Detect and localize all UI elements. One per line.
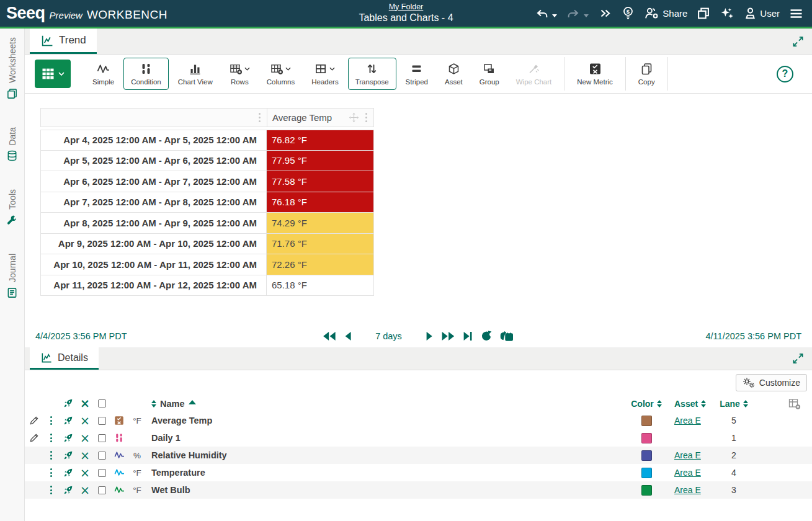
asset-button[interactable]: Asset xyxy=(437,58,470,90)
redo-button[interactable] xyxy=(566,7,589,20)
new-metric-button[interactable]: New Metric xyxy=(569,58,620,90)
range-start-datetime[interactable]: 4/4/2025 3:56 PM PDT xyxy=(35,331,127,341)
step-forward-double-icon[interactable] xyxy=(442,331,455,341)
duration-label[interactable]: 7 days xyxy=(375,331,402,341)
remove-item-icon[interactable]: × xyxy=(80,467,90,479)
redo-dropdown-icon[interactable] xyxy=(584,14,589,17)
unit-label: °F xyxy=(128,416,146,425)
edit-pencil-icon[interactable] xyxy=(29,416,39,425)
tab-details[interactable]: Details xyxy=(30,347,99,370)
sort-toggle-icon[interactable] xyxy=(743,400,748,407)
row-checkbox[interactable] xyxy=(98,417,106,425)
sort-toggle-icon[interactable] xyxy=(151,400,156,407)
share-button[interactable]: Share xyxy=(644,7,687,20)
add-column-icon[interactable] xyxy=(787,398,801,410)
forward-history-button[interactable] xyxy=(598,7,612,20)
color-swatch[interactable] xyxy=(641,468,652,478)
asset-link[interactable]: Area E xyxy=(674,468,701,478)
undo-dropdown-icon[interactable] xyxy=(552,14,557,17)
row-menu-icon[interactable] xyxy=(49,415,53,426)
edit-pencil-icon[interactable] xyxy=(29,433,39,443)
send-to-worksheet-icon[interactable] xyxy=(63,468,73,478)
striped-button[interactable]: Striped xyxy=(398,58,435,90)
copy-time-range-icon[interactable] xyxy=(501,330,515,342)
chart-view-button[interactable]: Chart View xyxy=(171,58,220,90)
table-view-selector-button[interactable] xyxy=(35,60,71,88)
maximize-trend-button[interactable] xyxy=(792,35,804,47)
column-menu-icon[interactable] xyxy=(364,112,369,124)
color-swatch[interactable] xyxy=(641,416,652,426)
duplicate-worksheet-button[interactable] xyxy=(697,7,710,20)
move-column-icon[interactable] xyxy=(349,112,359,123)
help-button[interactable]: ? xyxy=(777,66,793,82)
select-all-checkbox[interactable] xyxy=(98,399,106,407)
asset-column-header[interactable]: Asset xyxy=(674,399,698,409)
wipe-chart-button[interactable]: Wipe Chart xyxy=(509,58,560,90)
usage-button[interactable]: $ xyxy=(622,6,635,20)
ai-assistant-button[interactable] xyxy=(720,7,734,20)
lane-column-header[interactable]: Lane xyxy=(720,399,740,409)
details-tabbar: Details xyxy=(25,347,812,370)
rows-button[interactable]: Rows xyxy=(222,58,257,90)
simple-mode-button[interactable]: Simple xyxy=(85,58,122,90)
tab-trend[interactable]: Trend xyxy=(30,29,97,54)
sidebar-item-data[interactable]: Data xyxy=(6,127,18,163)
copy-button[interactable]: Copy xyxy=(631,58,663,90)
asset-link[interactable]: Area E xyxy=(674,450,701,460)
send-to-worksheet-icon[interactable] xyxy=(63,450,73,461)
row-checkbox[interactable] xyxy=(98,434,106,442)
maximize-details-button[interactable] xyxy=(792,353,804,365)
column-menu-icon[interactable] xyxy=(257,112,262,124)
send-to-worksheet-icon[interactable] xyxy=(63,485,73,496)
sort-toggle-icon[interactable] xyxy=(657,400,662,407)
color-swatch[interactable] xyxy=(641,450,652,461)
step-forward-icon[interactable] xyxy=(426,331,434,341)
remove-item-icon[interactable]: × xyxy=(80,415,90,427)
customize-button[interactable]: Customize xyxy=(736,374,807,391)
asset-link[interactable]: Area E xyxy=(674,485,701,495)
remove-all-icon[interactable]: × xyxy=(80,398,90,409)
row-checkbox[interactable] xyxy=(98,452,106,460)
main-menu-button[interactable] xyxy=(789,7,803,20)
step-back-icon[interactable] xyxy=(344,331,351,341)
range-end-datetime[interactable]: 4/11/2025 3:56 PM PDT xyxy=(706,331,802,341)
step-back-double-icon[interactable] xyxy=(322,331,336,341)
condition-mode-button[interactable]: Condition xyxy=(123,58,169,90)
color-swatch[interactable] xyxy=(641,433,652,443)
remove-item-icon[interactable]: × xyxy=(80,450,90,461)
customize-label: Customize xyxy=(759,378,800,388)
row-checkbox[interactable] xyxy=(98,469,106,477)
table-header-row: Average Temp xyxy=(40,108,374,127)
share-user-icon xyxy=(644,7,659,20)
sidebar-item-journal[interactable]: Journal xyxy=(6,254,18,299)
sidebar-item-tools[interactable]: Tools xyxy=(6,189,18,226)
group-button[interactable]: Group xyxy=(472,58,507,90)
value-column-header: Average Temp xyxy=(267,109,373,127)
seeq-logo[interactable]: Seeq Preview WORKBENCH xyxy=(6,4,167,23)
row-checkbox[interactable] xyxy=(98,486,106,494)
row-menu-icon[interactable] xyxy=(49,467,53,478)
columns-button[interactable]: Columns xyxy=(259,58,302,90)
color-swatch[interactable] xyxy=(641,485,652,496)
sort-toggle-icon[interactable] xyxy=(701,400,706,407)
row-menu-icon[interactable] xyxy=(49,432,53,443)
remove-item-icon[interactable]: × xyxy=(80,432,90,444)
asset-link[interactable]: Area E xyxy=(674,416,701,425)
user-menu-button[interactable]: User xyxy=(744,7,780,20)
transpose-button[interactable]: Transpose xyxy=(348,58,396,90)
remove-item-icon[interactable]: × xyxy=(80,484,90,496)
send-to-worksheet-icon[interactable] xyxy=(63,416,73,426)
name-column-header[interactable]: Name xyxy=(160,399,185,409)
row-menu-icon[interactable] xyxy=(49,484,53,496)
step-to-end-icon[interactable] xyxy=(463,331,473,341)
send-to-worksheet-icon[interactable] xyxy=(63,433,73,443)
sidebar-item-worksheets[interactable]: Worksheets xyxy=(6,37,18,100)
breadcrumb[interactable]: My Folder xyxy=(359,2,453,12)
color-column-header[interactable]: Color xyxy=(631,399,654,409)
row-menu-icon[interactable] xyxy=(49,450,53,461)
refresh-icon[interactable] xyxy=(481,330,493,342)
headers-button[interactable]: Headers xyxy=(304,58,346,90)
send-all-to-worksheet-icon[interactable] xyxy=(63,398,73,409)
group-icon xyxy=(483,63,496,75)
undo-button[interactable] xyxy=(535,7,557,20)
